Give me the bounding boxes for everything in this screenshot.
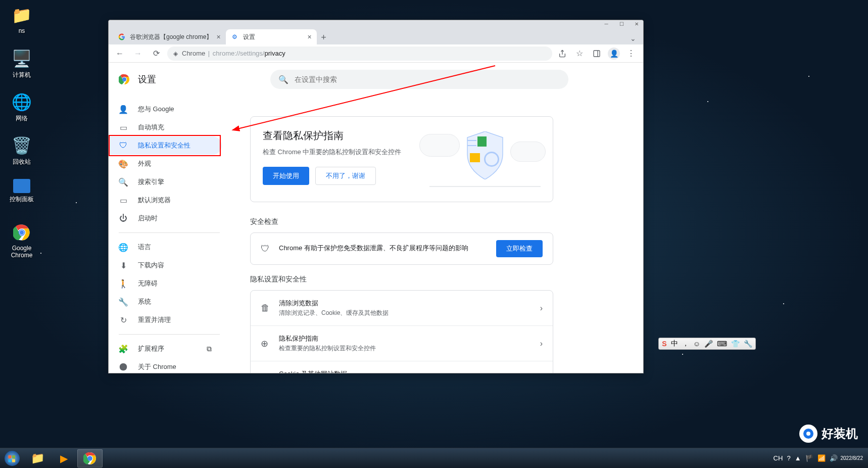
sidebar-item-you-and-google[interactable]: 👤您与 Google [109,100,222,118]
desktop-icon-computer[interactable]: 🖥️计算机 [4,49,39,79]
divider [119,232,220,233]
reload-button[interactable]: ⟳ [149,46,163,61]
safety-check-section-title: 安全检查 [250,217,553,226]
clear-browsing-data-row[interactable]: 🗑 清除浏览数据 清除浏览记录、Cookie、缓存及其他数据 › [251,291,553,326]
shield-icon: 🛡 [119,141,128,150]
sidebar-item-reset[interactable]: ↻重置并清理 [109,311,222,329]
taskbar-explorer[interactable]: 📁 [25,449,50,467]
svg-point-8 [122,77,126,81]
sidebar-item-privacy[interactable]: 🛡隐私设置和安全性 [109,136,222,155]
share-icon[interactable] [556,48,568,60]
tray-volume-icon[interactable]: 🔊 [829,453,839,463]
google-favicon-icon [118,33,126,41]
globe-icon: 🌐 [12,92,32,112]
svg-point-12 [806,432,810,436]
tab-close-icon[interactable]: × [216,33,220,41]
tray-flag-icon[interactable]: 🏴 [804,453,814,463]
tab-google[interactable]: 谷歌浏览器【google chrome】 × [113,29,226,44]
wrench-icon: 🔧 [119,297,128,307]
tray-up-icon[interactable]: ▲ [794,453,802,463]
settings-content: 查看隐私保护指南 检查 Chrome 中重要的隐私控制设置和安全控件 开始使用 … [230,96,643,373]
sidebar-item-downloads[interactable]: ⬇下载内容 [109,256,222,274]
window-titlebar: ─ ☐ ✕ [109,20,643,27]
sidebar-item-extensions[interactable]: 🧩扩展程序⧉ [109,340,222,358]
external-link-icon: ⧉ [207,345,212,353]
ime-toolbar[interactable]: S 中 ， ☺ 🎤 ⌨ 👕 🔧 [658,338,756,350]
divider [119,334,220,335]
gear-favicon-icon: ⚙ [231,33,239,41]
start-button[interactable] [0,448,24,469]
shield-check-icon: 🛡 [261,244,271,254]
profile-button[interactable]: 👤 [608,48,620,60]
minimize-button[interactable]: ─ [602,21,611,27]
chevron-right-icon: › [540,339,543,348]
taskbar-chrome[interactable] [77,449,103,467]
search-input[interactable] [295,75,560,83]
sidebar-item-startup[interactable]: ⏻启动时 [109,209,222,227]
ime-logo-icon[interactable]: S [661,340,667,348]
tab-settings[interactable]: ⚙ 设置 × [226,29,317,44]
computer-icon: 🖥️ [12,49,32,69]
sidebar-item-language[interactable]: 🌐语言 [109,238,222,256]
tray-lang-indicator[interactable]: CH [773,453,784,463]
dismiss-guide-button[interactable]: 不用了，谢谢 [315,167,376,185]
maximize-button[interactable]: ☐ [617,21,626,27]
ime-lang-icon[interactable]: 中 [670,339,679,348]
address-bar[interactable]: ◈ Chrome | chrome://settings/privacy [167,46,552,61]
guide-title: 查看隐私保护指南 [263,129,419,143]
sidebar-item-autofill[interactable]: ▭自动填充 [109,118,222,136]
desktop-icon-recycle[interactable]: 🗑️回收站 [4,135,39,166]
sidebar-item-about[interactable]: 关于 Chrome [109,358,222,373]
chrome-icon [12,222,32,243]
sidebar-item-accessibility[interactable]: 🚶无障碍 [109,274,222,293]
settings-sidebar: 👤您与 Google ▭自动填充 🛡隐私设置和安全性 🎨外观 🔍搜索引擎 ▭默认… [109,96,230,373]
settings-search[interactable]: 🔍 [270,70,568,89]
ime-skin-icon[interactable]: 👕 [730,340,741,348]
watermark: 好装机 [799,425,858,443]
guide-description: 检查 Chrome 中重要的隐私控制设置和安全控件 [263,148,419,157]
ime-punct-icon[interactable]: ， [681,339,690,348]
search-icon: 🔍 [278,75,288,84]
ime-emoji-icon[interactable]: ☺ [692,340,701,348]
side-panel-icon[interactable] [591,48,603,60]
run-safety-check-button[interactable]: 立即检查 [496,240,543,257]
sidebar-item-search-engine[interactable]: 🔍搜索引擎 [109,173,222,191]
ime-mic-icon[interactable]: 🎤 [703,340,714,348]
trash-icon: 🗑 [261,303,271,313]
sidebar-item-system[interactable]: 🔧系统 [109,293,222,311]
system-tray: CH ? ▲ 🏴 📶 🔊 2022/8/22 [773,453,868,463]
cookies-row[interactable]: 🍪 Cookie 及其他网站数据 已阻止无痕模式下的第三方 Cookie › [251,361,553,373]
new-tab-button[interactable]: + [317,30,331,44]
svg-point-9 [120,363,127,371]
tab-strip: 谷歌浏览器【google chrome】 × ⚙ 设置 × + ⌄ [109,27,643,44]
start-guide-button[interactable]: 开始使用 [263,167,309,185]
search-icon: 🔍 [119,177,128,187]
ime-tool-icon[interactable]: 🔧 [743,340,753,348]
back-button[interactable]: ← [113,46,127,61]
recycle-bin-icon: 🗑️ [12,135,32,156]
close-button[interactable]: ✕ [632,21,641,27]
bookmark-icon[interactable]: ☆ [573,48,586,60]
taskbar-media-player[interactable]: ▶ [51,449,76,467]
desktop-icon-ns[interactable]: 📁ns [4,5,39,34]
privacy-guide-row[interactable]: ⊕ 隐私保护指南 检查重要的隐私控制设置和安全控件 › [251,326,553,361]
menu-icon[interactable]: ⋮ [625,48,637,60]
ime-keyboard-icon[interactable]: ⌨ [716,340,728,348]
privacy-guide-card: 查看隐私保护指南 检查 Chrome 中重要的隐私控制设置和安全控件 开始使用 … [250,116,553,202]
tray-help-icon[interactable]: ? [786,453,791,463]
tray-clock[interactable]: 2022/8/22 [841,455,863,461]
desktop-icon-control-panel[interactable]: 控制面板 [4,179,39,204]
globe-icon: 🌐 [119,243,128,252]
desktop-icon-network[interactable]: 🌐网络 [4,92,39,123]
sidebar-item-default-browser[interactable]: ▭默认浏览器 [109,191,222,209]
desktop-icon-chrome[interactable]: Google Chrome [4,222,39,259]
sidebar-item-appearance[interactable]: 🎨外观 [109,155,222,173]
safety-check-card: 🛡 Chrome 有助于保护您免受数据泄露、不良扩展程序等问题的影响 立即检查 [250,232,553,265]
forward-button[interactable]: → [131,46,145,61]
tab-close-icon[interactable]: × [307,33,311,41]
download-icon: ⬇ [119,261,128,270]
svg-rect-5 [594,51,600,57]
site-info-icon[interactable]: ◈ [173,50,178,57]
tray-network-icon[interactable]: 📶 [816,453,827,463]
tabs-dropdown-icon[interactable]: ⌄ [628,32,638,44]
